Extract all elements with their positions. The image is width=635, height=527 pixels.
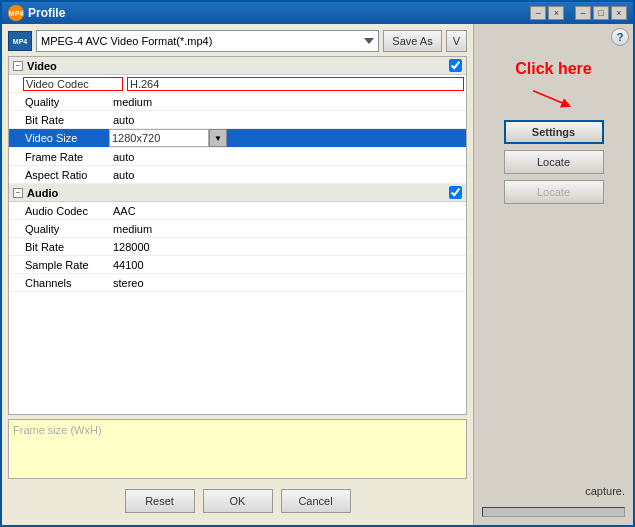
minimize-button[interactable]: – [530,6,546,20]
settings-button[interactable]: Settings [504,120,604,144]
table-row: Video Codec H.264 [9,75,466,93]
capture-text: capture. [482,485,625,497]
cancel-button[interactable]: Cancel [281,489,351,513]
audio-section-header: − Audio [9,184,466,202]
format-select[interactable]: MPEG-4 AVC Video Format(*.mp4) [36,30,379,52]
table-row: Bit Rate 128000 [9,238,466,256]
quality-key: Quality [9,95,109,109]
videosize-dropdown-arrow[interactable]: ▼ [209,129,227,147]
video-section-checkbox[interactable] [449,59,462,72]
progress-bar [482,507,625,517]
title-bar-left: MP4 Profile [8,5,65,21]
v-button[interactable]: V [446,30,467,52]
left-panel: MP4 MPEG-4 AVC Video Format(*.mp4) Save … [2,24,473,525]
framerate-key: Frame Rate [9,150,109,164]
video-codec-value: H.264 [127,77,464,91]
audiocodec-key: Audio Codec [9,204,109,218]
channels-value: stereo [109,276,466,290]
channels-key: Channels [9,276,109,290]
bitrate-key: Bit Rate [9,113,109,127]
table-row: Sample Rate 44100 [9,256,466,274]
save-as-button[interactable]: Save As [383,30,441,52]
audio-collapse-button[interactable]: − [13,188,23,198]
aspectratio-key: Aspect Ratio [9,168,109,182]
window-body: MP4 MPEG-4 AVC Video Format(*.mp4) Save … [2,24,633,525]
table-row: Audio Codec AAC [9,202,466,220]
video-codec-key: Video Codec [23,77,123,91]
right-minimize-button[interactable]: – [575,6,591,20]
right-panel: ? Click here Settings Locate Locate capt… [473,24,633,525]
table-row: Frame Rate auto [9,148,466,166]
videosize-dropdown-container: ▼ [109,129,466,147]
table-row: Video Size ▼ [9,129,466,148]
samplerate-value: 44100 [109,258,466,272]
table-row: Bit Rate auto [9,111,466,129]
quality-value: medium [109,95,466,109]
arrow-container [482,84,625,114]
table-row: Aspect Ratio auto [9,166,466,184]
format-icon: MP4 [8,31,32,51]
click-here-text: Click here [515,60,591,78]
window-icon: MP4 [8,5,24,21]
locate-disabled-button: Locate [504,180,604,204]
description-box: Frame size (WxH) [8,419,467,479]
locate-button[interactable]: Locate [504,150,604,174]
bottom-buttons: Reset OK Cancel [8,483,467,519]
title-bar: MP4 Profile – × – □ × [2,2,633,24]
ok-button[interactable]: OK [203,489,273,513]
audio-section-label: Audio [27,187,58,199]
settings-table: − Video Video Codec H.264 Quality medium… [8,56,467,415]
bitrate-value: auto [109,113,466,127]
videosize-input[interactable] [109,129,209,147]
reset-button[interactable]: Reset [125,489,195,513]
audio-section-checkbox[interactable] [449,186,462,199]
videosize-key: Video Size [9,131,109,145]
video-collapse-button[interactable]: − [13,61,23,71]
right-close-button[interactable]: × [611,6,627,20]
right-maximize-button[interactable]: □ [593,6,609,20]
table-row: Quality medium [9,93,466,111]
aspectratio-value: auto [109,168,466,182]
help-button[interactable]: ? [611,28,629,46]
table-row: Channels stereo [9,274,466,292]
video-section-header: − Video [9,57,466,75]
audiocodec-value: AAC [109,204,466,218]
audiobitrate-value: 128000 [109,240,466,254]
format-bar: MP4 MPEG-4 AVC Video Format(*.mp4) Save … [8,30,467,52]
audiobitrate-key: Bit Rate [9,240,109,254]
framerate-value: auto [109,150,466,164]
arrow-icon [529,84,579,114]
svg-line-1 [533,91,566,105]
title-controls: – × – □ × [530,6,627,20]
samplerate-key: Sample Rate [9,258,109,272]
description-text: Frame size (WxH) [13,424,102,436]
close-button[interactable]: × [548,6,564,20]
profile-window: MP4 Profile – × – □ × MP4 MPEG-4 AVC Vid… [0,0,635,527]
video-section-label: Video [27,60,57,72]
window-title: Profile [28,6,65,20]
table-row: Quality medium [9,220,466,238]
audioquality-value: medium [109,222,466,236]
audioquality-key: Quality [9,222,109,236]
